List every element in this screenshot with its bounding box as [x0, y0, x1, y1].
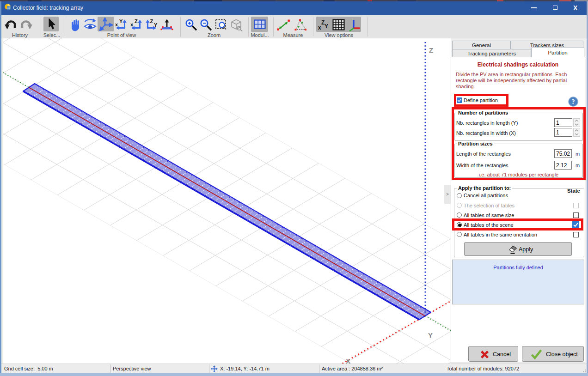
- svg-text:Z: Z: [429, 46, 433, 54]
- svg-text:Y: Y: [325, 23, 328, 30]
- svg-text:X: X: [346, 357, 350, 364]
- svg-text:?: ?: [572, 98, 575, 105]
- svg-text:x: x: [318, 24, 321, 31]
- svg-text:x: x: [130, 22, 134, 27]
- svg-text:Z: Z: [150, 19, 153, 24]
- svg-text:Z: Z: [135, 19, 138, 24]
- svg-text:Y: Y: [154, 22, 158, 28]
- svg-text:Y: Y: [428, 331, 433, 339]
- svg-text:Y: Y: [119, 19, 123, 24]
- svg-text:x: x: [115, 22, 118, 27]
